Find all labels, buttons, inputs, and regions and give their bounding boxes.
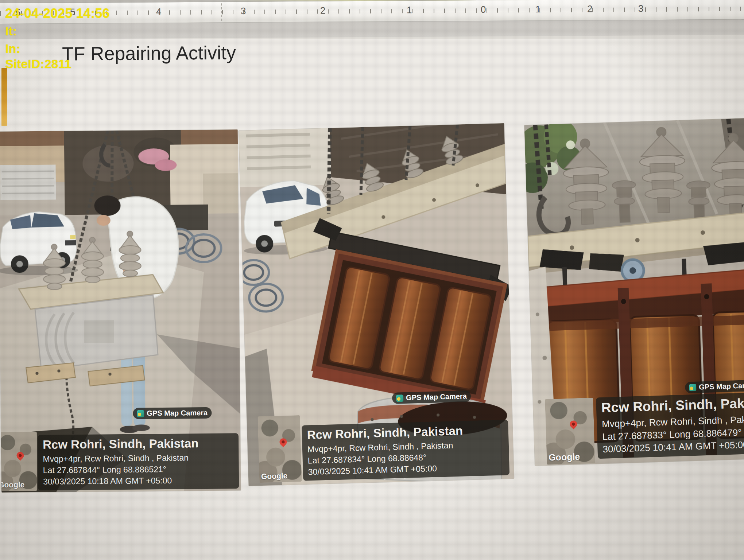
photo-transformer-inspection[interactable]: Google GPS Map Camera Rcw Rohri, Sindh, … — [0, 129, 241, 493]
gps-location-title: Rcw Rohri, Sindh, Pakistan — [601, 394, 744, 416]
gps-map-camera-badge: GPS Map Camera — [685, 380, 744, 393]
ruler-number: 0 — [481, 4, 486, 15]
gps-datetime: 30/03/2025 10:18 AM GMT +05:00 — [43, 474, 234, 487]
ruler-number: 3 — [638, 3, 644, 14]
gps-coordinates: Lat 27.687844° Long 68.886521° — [43, 463, 234, 476]
google-watermark: Google — [0, 480, 25, 489]
camera-it-label: It: — [5, 24, 17, 38]
gps-map-camera-icon — [396, 394, 404, 402]
gps-badge-label: GPS Map Camera — [147, 409, 208, 417]
google-watermark: Google — [549, 451, 580, 463]
map-pin-icon — [278, 437, 288, 447]
map-pin-icon — [15, 450, 25, 460]
document-title: TF Repairing Activity — [62, 42, 236, 65]
gps-stamp: Rcw Rohri, Sindh, Pakistan Mvqp+4pr, Rcw… — [596, 391, 744, 459]
ruler-number: 2 — [320, 5, 326, 16]
gps-map-camera-badge: GPS Map Camera — [133, 407, 212, 419]
map-thumbnail: Google — [0, 432, 37, 491]
gps-badge-label: GPS Map Camera — [406, 392, 467, 402]
gps-stamp: Rcw Rohri, Sindh, Pakistan Mvqp+4pr, Rcw… — [302, 420, 509, 481]
gps-map-camera-icon — [689, 384, 697, 391]
gps-stamp: Rcw Rohri, Sindh, Pakistan Mvqp+4pr, Rcw… — [38, 433, 239, 490]
gps-location-title: Rcw Rohri, Sindh, Pakistan — [43, 436, 233, 452]
photo-core-lifting[interactable]: Google GPS Map Camera Rcw Rohri, Sindh, … — [239, 123, 514, 486]
map-pin-icon — [568, 419, 578, 429]
gps-map-camera-icon — [137, 410, 144, 417]
gps-map-camera-badge: GPS Map Camera — [392, 390, 471, 404]
ruler-ticks — [0, 7, 744, 16]
orange-highlight-bar — [1, 68, 7, 126]
gps-address: Mvqp+4pr, Rcw Rohri, Sindh , Pakistan — [43, 452, 233, 465]
photographed-screen: 5 5 4 3 2 1 0 1 2 3 TF Repairing Activit… — [0, 0, 744, 560]
camera-site-id: SiteID:2811 — [5, 57, 71, 71]
ruler-number: 4 — [156, 6, 162, 17]
ruler-number: 1 — [407, 4, 412, 16]
gps-badge-label: GPS Map Camera — [699, 381, 744, 391]
white-car — [0, 211, 78, 276]
photo-core-closeup[interactable]: Google GPS Map Camera Rcw Rohri, Sindh, … — [524, 117, 744, 466]
ruler-margin-marker-icon — [221, 3, 222, 21]
camera-in-label: In: — [5, 42, 20, 56]
camera-timestamp: 24-04-2025 14:56 — [5, 6, 109, 21]
ruler-number: 1 — [535, 4, 541, 15]
map-thumbnail: Google — [257, 415, 302, 483]
ruler-number: 3 — [241, 5, 246, 17]
map-thumbnail: Google — [545, 398, 595, 465]
ruler-number: 2 — [587, 3, 593, 15]
google-watermark: Google — [261, 471, 288, 481]
